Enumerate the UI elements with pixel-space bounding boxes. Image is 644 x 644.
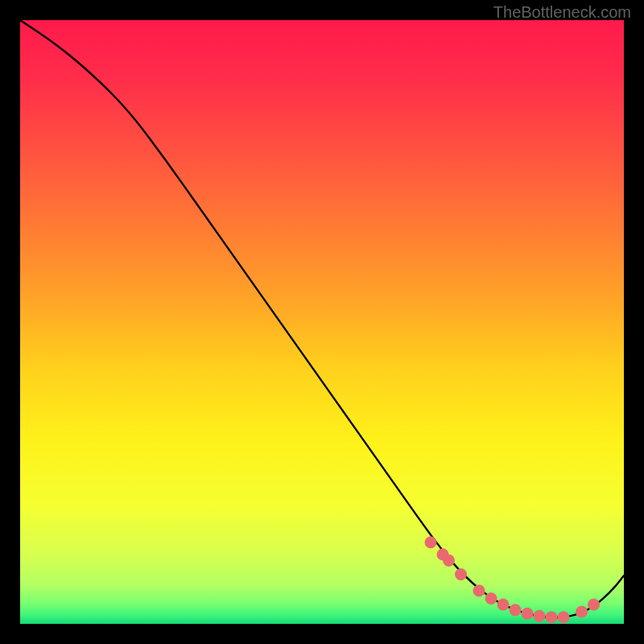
- marker-dot: [497, 599, 510, 611]
- marker-dot: [455, 568, 467, 580]
- marker-dot: [576, 606, 588, 618]
- marker-dot: [522, 608, 534, 620]
- marker-dot: [443, 555, 455, 567]
- marker-dot: [588, 599, 600, 611]
- watermark-text: TheBottleneck.com: [493, 3, 631, 22]
- gradient-background: [20, 20, 624, 624]
- marker-dot: [534, 610, 546, 622]
- marker-dot: [558, 611, 570, 623]
- marker-dot: [510, 604, 522, 616]
- plot-svg: [20, 20, 624, 624]
- plot-area: [20, 20, 624, 624]
- chart-container: TheBottleneck.com: [0, 0, 644, 644]
- marker-dot: [485, 592, 497, 605]
- marker-dot: [473, 584, 485, 597]
- marker-dot: [425, 536, 437, 548]
- marker-dot: [546, 611, 558, 623]
